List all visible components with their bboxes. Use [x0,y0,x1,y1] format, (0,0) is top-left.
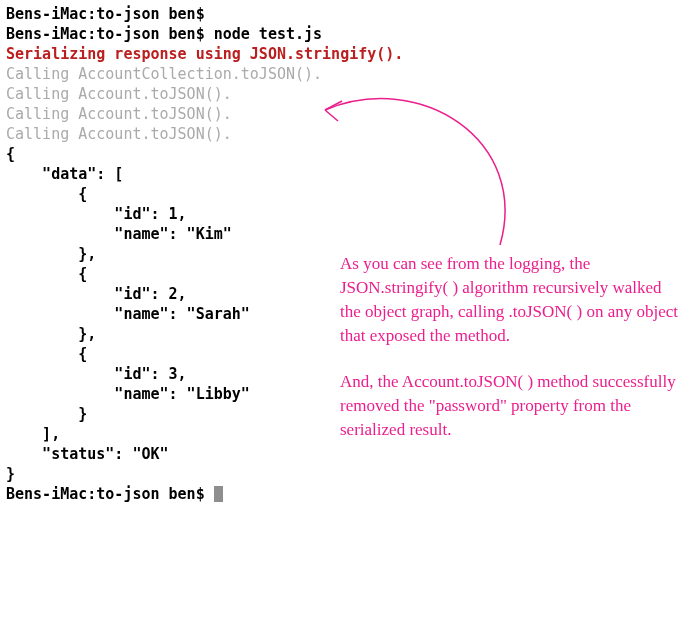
prompt3-text: Bens-iMac:to-json ben$ [6,485,214,503]
red-b: JSON.stringify() [250,45,395,63]
log-grey-3: Calling Account.toJSON(). [6,104,694,124]
prompt-line-1: Bens-iMac:to-json ben$ [6,4,694,24]
annotation-p1: As you can see from the logging, the JSO… [340,252,680,348]
prompt-prefix: Bens-iMac:to-json ben$ [6,25,214,43]
log-grey-4: Calling Account.toJSON(). [6,124,694,144]
prompt-line-3: Bens-iMac:to-json ben$ [6,484,694,504]
log-grey-1: Calling AccountCollection.toJSON(). [6,64,694,84]
log-grey-2: Calling Account.toJSON(). [6,84,694,104]
prompt-line-2: Bens-iMac:to-json ben$ node test.js [6,24,694,44]
red-c: . [394,45,403,63]
cursor-block [214,486,223,502]
log-red: Serializing response using JSON.stringif… [6,44,694,64]
command-text: node test.js [214,25,322,43]
annotation-p2: And, the Account.toJSON( ) method succes… [340,370,680,442]
red-a: Serializing response using [6,45,250,63]
annotation-text: As you can see from the logging, the JSO… [340,252,680,464]
